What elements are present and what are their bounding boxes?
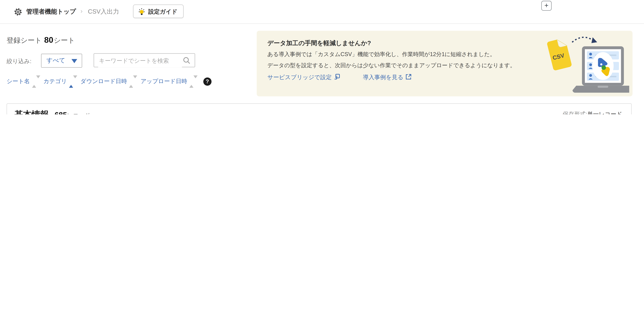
sort-arrows-icon[interactable] [189,78,193,85]
lightbulb-icon [138,8,146,16]
external-link-icon [406,74,412,80]
service-bridge-link[interactable]: サービスブリッジで設定 [268,74,332,80]
breadcrumb-current: CSV入出力 [88,8,119,15]
sort-row: シート名 カテゴリ ダウンロード日時 アップロード日時 ? [6,77,212,87]
filter-dropdown[interactable]: すべて [41,54,82,68]
sheet-search-box [94,53,195,67]
settings-guide-label: 設定ガイド [148,8,178,15]
sort-arrows-icon[interactable] [69,78,73,85]
filter-selected-value: すべて [46,57,65,64]
settings-guide-button[interactable]: 設定ガイド [133,4,184,18]
registered-sheets-summary: 登録シート 80シート [6,35,75,45]
popup-window-icon [334,74,340,80]
help-icon[interactable]: ? [203,77,212,86]
search-input[interactable] [98,54,182,67]
sort-sheet-name[interactable]: シート名 [6,78,30,84]
save-format: 保存形式:単一レコード [563,111,622,114]
registered-count: 80 [44,35,53,44]
sort-download-date[interactable]: ダウンロード日時 [80,78,127,84]
sort-arrows-icon[interactable] [32,78,36,85]
laptop-illustration [572,46,629,93]
case-study-link[interactable]: 導入事例を見る [363,74,404,80]
promo-title: データ加工の手間を軽減しませんか? [268,39,371,47]
sheet-name: 基本情報685レコード [14,109,90,114]
gear-icon [14,7,23,16]
sort-category[interactable]: カテゴリ [43,78,67,84]
promo-card: データ加工の手間を軽減しませんか? ある導入事例では「カスタムCSV」機能で効率… [257,31,632,96]
sort-arrows-icon[interactable] [129,78,133,85]
plus-icon: + [544,1,548,9]
sheet-card-basic-info: 基本情報685レコード 保存形式:単一レコード ダウンロード 08/21 13:… [6,103,632,114]
record-count: 685 [54,111,67,114]
promo-body-line2: データの型を設定すると、次回からは少ない作業でそのままアップロードできるようにな… [268,62,516,69]
add-sheet-button[interactable]: + [541,1,552,11]
csv-upload-illustration: CSV [533,31,629,95]
chevron-right-icon: › [80,7,82,14]
search-icon[interactable] [183,57,190,64]
promo-body-line1: ある導入事例では「カスタムCSV」機能で効率化し、作業時間が12分1に短縮されま… [268,51,496,58]
filter-label: 絞り込み: [6,58,32,65]
dropdown-arrow-icon [72,59,77,63]
breadcrumb-root[interactable]: 管理者機能トップ [26,8,76,15]
sort-upload-date[interactable]: アップロード日時 [140,78,187,84]
